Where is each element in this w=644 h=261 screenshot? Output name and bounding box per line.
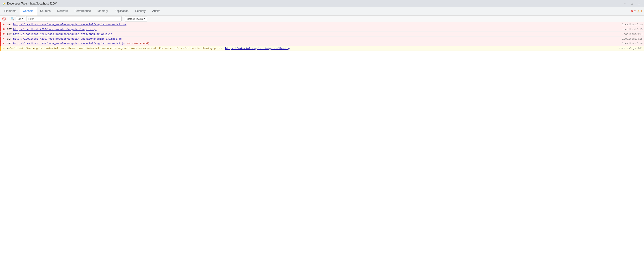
warning-icon-6: ⚠ [2,47,6,50]
error-status-5: 404 (Not Found) [126,42,150,45]
source-ref-3[interactable]: localhost/:14 [620,33,642,36]
toolbar-divider-2 [123,17,123,21]
chrome-logo-icon [2,2,6,6]
url-link-2[interactable]: http://localhost:4200/node_modules/angul… [13,28,96,31]
source-ref-5[interactable]: localhost/:16 [620,42,642,45]
url-link-4[interactable]: http://localhost:4200/node_modules/angul… [13,38,122,40]
error-icon-3: ✖ [2,32,6,36]
tab-performance[interactable]: Performance [71,7,94,15]
console-body: ✖ GET http://localhost:4200/node_modules… [0,22,644,51]
method-tag-5: GET [7,42,12,45]
window-controls: – □ ✕ [622,1,642,6]
source-ref-2[interactable]: localhost/:13 [620,28,642,31]
tab-bar: Elements Console Sources Network Perform… [0,7,644,16]
toolbar-divider-1 [8,17,8,21]
svg-point-1 [3,3,4,4]
warning-text-6: Could not find Angular Material core the… [10,47,290,50]
context-selector[interactable]: top ▾ [16,16,25,22]
method-tag-1: GET [7,23,12,26]
console-row-1: ✖ GET http://localhost:4200/node_modules… [0,22,644,27]
tab-audits[interactable]: Audits [149,7,164,15]
url-link-5[interactable]: http://localhost:4200/node_modules/angul… [13,42,125,45]
console-row-4: ✖ GET http://localhost:4200/node_modules… [0,36,644,41]
console-row-6: ⚠ ▶ Could not find Angular Material core… [0,46,644,51]
expand-arrow-6[interactable]: ▶ [7,47,8,50]
tab-network[interactable]: Network [54,7,71,15]
error-icon-4: ✖ [2,37,6,40]
filter-input[interactable] [26,16,122,22]
close-button[interactable]: ✕ [636,1,642,6]
toolbar: 🚫 🔍 top ▾ Default levels ▾ [0,16,644,22]
tab-security[interactable]: Security [132,7,149,15]
clear-console-button[interactable]: 🚫 [2,16,7,22]
url-link-1[interactable]: http://localhost:4200/node_modules/angul… [13,23,126,26]
console-row-3: ✖ GET http://localhost:4200/node_modules… [0,32,644,36]
title-bar: Developer Tools - http://localhost:4200/… [0,0,644,7]
warning-count: 1 [641,10,642,13]
console-row-5: ✖ GET http://localhost:4200/node_modules… [0,41,644,46]
warning-link-6[interactable]: https://material.angular.io/guide/themin… [225,47,290,50]
filter-toggle-button[interactable]: 🔍 [10,16,15,22]
error-icon-1: ✖ [2,23,6,26]
warning-badge-icon: ⚠ [637,10,640,13]
error-icon-5: ✖ [2,42,6,45]
tab-sources[interactable]: Sources [37,7,54,15]
source-ref-6[interactable]: core.es5.js:201 [616,47,642,50]
badge-area: ✖ 7 ⚠ 1 [631,7,644,15]
method-tag-4: GET [7,38,12,40]
restore-button[interactable]: □ [629,1,635,6]
tab-application[interactable]: Application [111,7,132,15]
error-badge[interactable]: ✖ 7 [631,10,636,13]
minimize-button[interactable]: – [622,1,628,6]
method-tag-3: GET [7,33,12,36]
levels-dropdown[interactable]: Default levels ▾ [125,16,147,22]
levels-arrow-icon: ▾ [144,17,145,20]
window-title: Developer Tools - http://localhost:4200/ [7,2,56,5]
context-arrow-icon: ▾ [22,17,24,20]
error-count: 7 [634,10,636,13]
error-badge-icon: ✖ [631,10,634,13]
warning-badge[interactable]: ⚠ 1 [637,10,642,13]
url-link-3[interactable]: http://localhost:4200/node_modules/angul… [13,33,112,36]
method-tag-2: GET [7,28,12,31]
console-row-2: ✖ GET http://localhost:4200/node_modules… [0,27,644,32]
error-icon-2: ✖ [2,28,6,31]
source-ref-4[interactable]: localhost/:15 [620,38,642,40]
tab-memory[interactable]: Memory [94,7,111,15]
tab-elements[interactable]: Elements [1,7,20,15]
levels-label: Default levels [127,18,143,20]
tab-console[interactable]: Console [20,7,37,15]
source-ref-1[interactable]: localhost/:10 [620,23,642,26]
context-value: top [18,18,21,20]
